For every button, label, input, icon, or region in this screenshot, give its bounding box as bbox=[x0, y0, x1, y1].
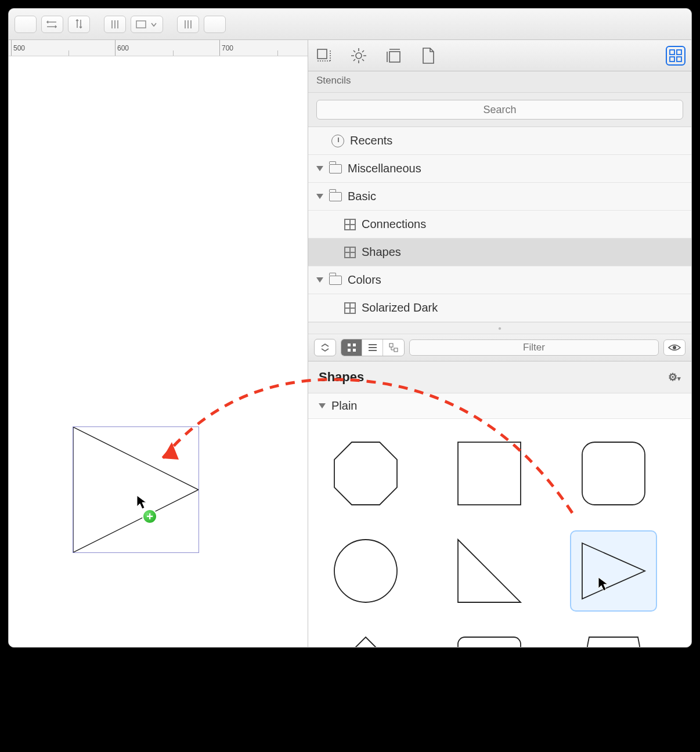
filter-bar bbox=[308, 334, 691, 361]
filter-input[interactable] bbox=[409, 339, 659, 356]
toolbar-button-swap[interactable] bbox=[41, 16, 63, 33]
shape-grid bbox=[308, 419, 691, 647]
grid-icon bbox=[344, 247, 356, 258]
tree-item-connections[interactable]: Connections bbox=[308, 211, 691, 238]
tree-item-basic[interactable]: Basic bbox=[308, 183, 691, 211]
outline-view-icon[interactable] bbox=[383, 339, 404, 356]
svg-line-10 bbox=[353, 59, 355, 61]
shape-barrel[interactable] bbox=[570, 628, 657, 647]
toolbar-button-rect-dropdown[interactable] bbox=[131, 16, 163, 33]
cursor-icon bbox=[598, 577, 609, 592]
tree-item-shapes[interactable]: Shapes bbox=[308, 238, 691, 266]
shape-circle[interactable] bbox=[322, 530, 409, 612]
tree-label: Solarized Dark bbox=[362, 301, 438, 314]
svg-rect-2 bbox=[317, 49, 327, 59]
tree-label: Miscellaneous bbox=[348, 162, 421, 175]
grid-view-icon[interactable] bbox=[341, 339, 362, 356]
toolbar-button-columns-2[interactable] bbox=[177, 16, 199, 33]
tree-label: Connections bbox=[362, 218, 426, 231]
toolbar-button-updown[interactable] bbox=[68, 16, 90, 33]
toolbar-button-columns[interactable] bbox=[104, 16, 126, 33]
section-label: Plain bbox=[331, 399, 357, 413]
tree-item-colors[interactable]: Colors bbox=[308, 266, 691, 294]
tree-item-recents[interactable]: Recents bbox=[308, 127, 691, 155]
search-input[interactable] bbox=[316, 100, 683, 120]
folder-icon bbox=[329, 164, 342, 173]
tab-document-icon[interactable] bbox=[418, 46, 438, 66]
chevron-down-icon bbox=[316, 166, 323, 171]
svg-line-8 bbox=[353, 50, 355, 52]
folder-icon bbox=[329, 276, 342, 285]
shape-rounded-square[interactable] bbox=[570, 433, 657, 514]
horizontal-ruler: 500 600 700 bbox=[9, 40, 308, 56]
svg-rect-17 bbox=[348, 344, 351, 346]
shape-rounded-square-2[interactable] bbox=[446, 628, 533, 647]
ruler-tick: 700 bbox=[219, 40, 233, 56]
shape-square[interactable] bbox=[446, 433, 533, 514]
svg-rect-12 bbox=[389, 52, 400, 62]
shape-triangle[interactable] bbox=[570, 530, 657, 612]
expand-collapse-button[interactable] bbox=[314, 339, 336, 356]
plus-badge-icon: + bbox=[142, 509, 157, 524]
svg-line-9 bbox=[362, 59, 364, 61]
svg-rect-25 bbox=[582, 442, 645, 505]
dropped-shape-preview[interactable] bbox=[73, 426, 199, 553]
main-area: 500 600 700 + bbox=[9, 40, 691, 647]
ruler-tick-minor bbox=[277, 50, 280, 56]
svg-point-23 bbox=[673, 346, 676, 349]
clock-icon bbox=[331, 135, 344, 147]
svg-rect-21 bbox=[389, 344, 393, 347]
svg-rect-22 bbox=[394, 348, 398, 352]
inspector-tab-bar bbox=[308, 40, 691, 71]
ruler-tick-minor bbox=[173, 50, 175, 56]
drawing-canvas[interactable]: + bbox=[9, 56, 308, 647]
tree-item-miscellaneous[interactable]: Miscellaneous bbox=[308, 155, 691, 183]
tree-label: Colors bbox=[348, 273, 381, 287]
splitter-handle[interactable]: ● bbox=[308, 322, 691, 334]
view-mode-segmented[interactable] bbox=[341, 339, 405, 356]
svg-rect-14 bbox=[677, 50, 681, 55]
svg-rect-1 bbox=[73, 427, 199, 552]
canvas-column: 500 600 700 + bbox=[9, 40, 308, 647]
shape-right-triangle[interactable] bbox=[446, 530, 533, 612]
svg-point-3 bbox=[356, 53, 362, 59]
tab-dimensions-icon[interactable] bbox=[384, 46, 403, 66]
tree-label: Shapes bbox=[362, 245, 401, 259]
tree-label: Recents bbox=[350, 134, 392, 147]
inspector-sidebar: Stencils Recents Miscellaneous Basic bbox=[308, 40, 691, 647]
svg-rect-19 bbox=[348, 349, 351, 352]
app-window: 500 600 700 + bbox=[8, 8, 692, 648]
toolbar-button-empty[interactable] bbox=[204, 16, 226, 33]
svg-rect-18 bbox=[353, 344, 356, 346]
search-row bbox=[308, 93, 691, 127]
grid-icon bbox=[344, 302, 356, 314]
tab-gear-icon[interactable] bbox=[349, 46, 369, 66]
ruler-tick-minor bbox=[68, 50, 71, 56]
cursor-icon bbox=[136, 495, 148, 510]
svg-rect-15 bbox=[670, 57, 674, 62]
svg-rect-13 bbox=[670, 50, 674, 55]
svg-rect-27 bbox=[458, 637, 521, 647]
stencil-tree: Recents Miscellaneous Basic Connections bbox=[308, 127, 691, 322]
visibility-button[interactable] bbox=[663, 339, 685, 356]
chevron-down-icon bbox=[316, 277, 323, 283]
chevron-down-icon bbox=[319, 403, 326, 408]
folder-icon bbox=[329, 192, 342, 201]
collection-header: Shapes ⚙︎▾ bbox=[308, 361, 691, 393]
toolbar-button-blank[interactable] bbox=[15, 16, 37, 33]
section-plain[interactable]: Plain bbox=[308, 393, 691, 419]
tree-item-solarized[interactable]: Solarized Dark bbox=[308, 294, 691, 322]
tab-canvas-icon[interactable] bbox=[314, 46, 334, 66]
shape-diamond[interactable] bbox=[322, 628, 409, 647]
tab-stencils-icon[interactable] bbox=[666, 46, 685, 66]
expand-icon bbox=[315, 339, 335, 356]
svg-rect-24 bbox=[458, 442, 521, 505]
collection-gear-button[interactable]: ⚙︎▾ bbox=[668, 371, 681, 384]
collection-title: Shapes bbox=[319, 370, 364, 385]
list-view-icon[interactable] bbox=[362, 339, 383, 356]
ruler-tick: 600 bbox=[115, 40, 129, 56]
tree-label: Basic bbox=[348, 190, 376, 203]
ruler-tick: 500 bbox=[11, 40, 25, 56]
shape-octagon[interactable] bbox=[322, 433, 409, 514]
svg-rect-0 bbox=[136, 21, 146, 28]
